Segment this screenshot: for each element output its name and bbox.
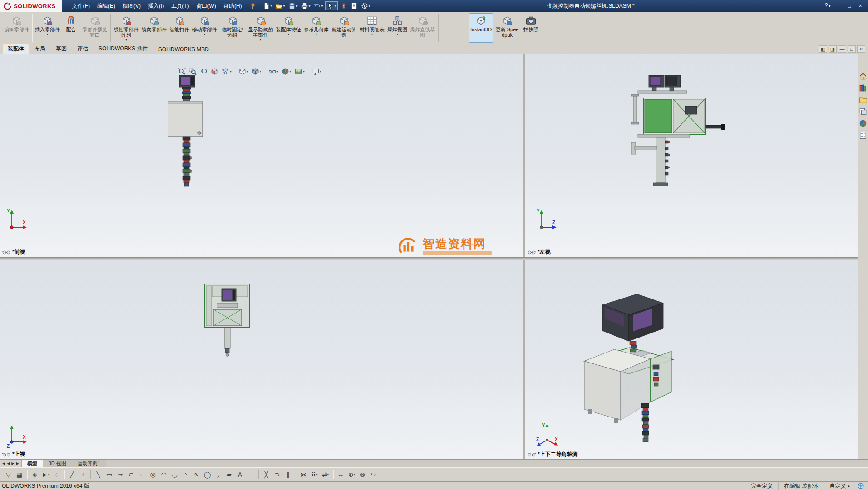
view-palette-icon[interactable] <box>859 108 867 116</box>
menu-item[interactable]: 编辑(E) <box>94 0 119 12</box>
motion-study-tab[interactable]: 运动算例1 <box>72 460 106 467</box>
dropdown-arrow-icon[interactable] <box>371 32 373 36</box>
straight-slot-icon[interactable]: ⊂ <box>126 470 136 480</box>
solidworks-resources-icon[interactable] <box>859 72 867 80</box>
dropdown-arrow-icon[interactable] <box>203 32 205 36</box>
lasso-select-icon[interactable]: ◌ <box>51 470 62 480</box>
last-tab-icon[interactable]: ▶ <box>15 461 19 466</box>
tab-solidworks-mbd[interactable]: SOLIDWORKS MBD <box>153 45 214 54</box>
new-motion-study-button[interactable]: 新建运动算例 <box>330 13 358 43</box>
display-style-icon[interactable] <box>251 67 262 76</box>
dropdown-arrow-icon[interactable] <box>287 32 289 36</box>
edit-appearance-icon[interactable] <box>281 67 292 76</box>
menu-item[interactable]: 视图(V) <box>119 0 144 12</box>
menu-item[interactable]: 帮助(H) <box>220 0 246 12</box>
restore-button[interactable]: □ <box>844 1 854 10</box>
repair-sketch-icon[interactable]: ⊗ <box>357 470 368 480</box>
help-button[interactable]: ? <box>823 1 833 11</box>
sketch-fillet-icon[interactable]: ◞ <box>213 470 223 480</box>
offset-entities-icon[interactable]: ∥ <box>283 470 293 480</box>
spline-icon[interactable]: ∿ <box>191 470 202 480</box>
view-orientation-icon[interactable] <box>237 67 249 76</box>
power-select-icon[interactable]: ◈ <box>30 470 40 480</box>
custom-properties-icon[interactable] <box>859 131 867 139</box>
dropdown-arrow-icon[interactable] <box>315 32 317 36</box>
show-hidden-components-button[interactable]: 显示隐藏的零部件 <box>247 13 275 43</box>
status-custom-dropdown[interactable]: 自定义▴ <box>824 482 855 490</box>
view-settings-icon[interactable] <box>311 67 322 76</box>
globe-icon[interactable] <box>857 482 864 490</box>
print-icon[interactable] <box>300 1 311 10</box>
bill-of-materials-button[interactable]: 材料明细表 <box>358 13 386 43</box>
file-properties-icon[interactable] <box>350 1 359 10</box>
insert-component-button[interactable]: 插入零部件 <box>34 13 61 43</box>
sketch-icon[interactable]: ╱ <box>67 470 77 480</box>
edit-component-button[interactable]: 编辑零部件 <box>3 13 30 43</box>
update-speedpak-button[interactable]: 更新 Speedpak <box>493 13 521 43</box>
origin-icon[interactable]: + <box>78 470 88 480</box>
move-entities-icon[interactable]: ⇄ <box>320 470 330 480</box>
zoom-to-fit-icon[interactable] <box>177 67 187 76</box>
restore-viewport-icon[interactable]: □ <box>848 45 856 53</box>
horizontal-splitter[interactable] <box>0 257 868 260</box>
centerpoint-arc-icon[interactable]: ◠ <box>158 470 169 480</box>
circle-icon[interactable]: ○ <box>137 470 147 480</box>
next-tab-icon[interactable]: ▶ <box>11 461 15 466</box>
viewport-left[interactable]: Y Z *左视 <box>525 54 868 257</box>
design-library-icon[interactable] <box>859 84 867 92</box>
dropdown-arrow-icon[interactable] <box>46 32 48 36</box>
linear-sketch-pattern-icon[interactable]: ⠿ <box>309 470 320 480</box>
top-view-model[interactable] <box>203 283 252 358</box>
section-view-icon[interactable] <box>210 67 219 76</box>
annotation-views-icon[interactable] <box>221 67 232 76</box>
assembly-features-button[interactable]: 装配体特征 <box>275 13 302 43</box>
text-icon[interactable]: A <box>235 470 245 480</box>
mate-button[interactable]: 配合 <box>61 13 81 43</box>
viewport-top[interactable]: X Z *上视 <box>0 260 523 459</box>
close-viewport-icon[interactable]: × <box>857 45 865 53</box>
dropdown-arrow-icon[interactable] <box>260 38 261 42</box>
parallelogram-icon[interactable]: ▱ <box>115 470 125 480</box>
hide-show-filter-icon[interactable]: ▦ <box>14 470 25 480</box>
appearances-icon[interactable] <box>859 119 867 127</box>
pane-right-icon[interactable]: ◨ <box>829 45 837 53</box>
exploded-view-button[interactable]: 爆炸视图 <box>386 13 409 43</box>
point-icon[interactable]: ∙ <box>246 470 256 480</box>
exit-sketch-icon[interactable]: ↪ <box>368 470 379 480</box>
take-snapshot-button[interactable]: 拍快照 <box>521 13 541 43</box>
smart-fasteners-button[interactable]: 智能扣件 <box>168 13 191 43</box>
open-icon[interactable] <box>275 1 286 10</box>
prev-tab-icon[interactable]: ◀ <box>6 461 10 466</box>
menu-item[interactable]: 插入(I) <box>144 0 168 12</box>
explode-line-sketch-button[interactable]: 爆炸直线草图 <box>409 13 437 43</box>
apply-scene-icon[interactable] <box>294 67 306 76</box>
vertical-splitter[interactable] <box>523 54 525 459</box>
minimize-button[interactable]: — <box>833 1 843 10</box>
display-relations-icon[interactable]: ⊕ <box>346 470 357 480</box>
3d-views-tab[interactable]: 3D 视图 <box>43 460 72 467</box>
reference-geometry-button[interactable]: 参考几何体 <box>302 13 330 43</box>
trim-entities-icon[interactable]: ╳ <box>261 470 271 480</box>
menu-item[interactable]: 窗口(W) <box>193 0 220 12</box>
viewport-isometric[interactable]: Y X Z *上下二等角轴测 <box>525 260 868 459</box>
minimize-viewport-icon[interactable]: — <box>838 45 846 53</box>
options-gear-icon[interactable] <box>360 1 371 10</box>
corner-rectangle-icon[interactable]: ▭ <box>104 470 114 480</box>
undo-icon[interactable] <box>313 1 324 10</box>
dropdown-arrow-icon[interactable] <box>125 38 127 42</box>
selection-filter-icon[interactable]: ▽ <box>3 470 14 480</box>
select-cursor-icon[interactable] <box>326 1 338 10</box>
file-explorer-icon[interactable] <box>859 96 867 104</box>
instant3d-button[interactable]: Instant3D <box>469 13 493 43</box>
tangent-arc-icon[interactable]: ◡ <box>169 470 180 480</box>
save-icon[interactable] <box>287 1 299 10</box>
linear-component-pattern-button[interactable]: 线性零部件阵列 <box>112 13 140 43</box>
hide-show-items-icon[interactable] <box>267 67 279 76</box>
mirror-entities-icon[interactable]: ⋈ <box>298 470 309 480</box>
smart-dimension-icon[interactable]: ↔ <box>335 470 346 480</box>
tab-assembly[interactable]: 装配体 <box>3 44 29 54</box>
dropdown-arrow-icon[interactable] <box>396 32 398 36</box>
close-button[interactable]: × <box>855 1 865 10</box>
convert-entities-icon[interactable]: ⊃ <box>272 470 282 480</box>
tab-layout[interactable]: 布局 <box>30 44 50 54</box>
